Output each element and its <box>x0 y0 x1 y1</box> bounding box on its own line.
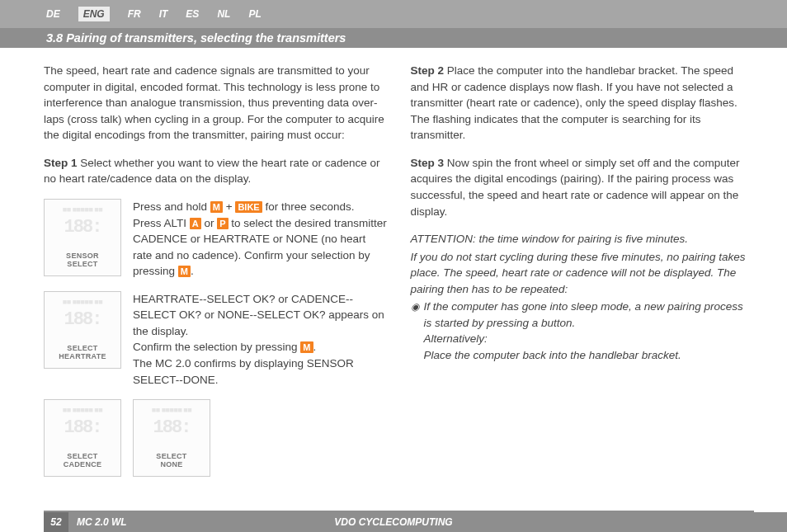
left-column: The speed, heart rate and cadence signal… <box>44 63 388 488</box>
figure-label: SELECT HEARTRATE <box>59 345 106 361</box>
bullet-row: ◉ If the computer has gone into sleep mo… <box>411 299 755 363</box>
lang-it[interactable]: IT <box>159 8 168 20</box>
figure-label: SENSOR SELECT <box>66 252 99 269</box>
step2-label: Step 2 <box>411 64 445 77</box>
figure-heartrate: ■■ ■■■■■ ■■ 188: SELECT HEARTRATE <box>44 291 121 369</box>
footer: 52 MC 2.0 WL VDO CYCLECOMPUTING <box>0 511 787 532</box>
bullet-icon: ◉ <box>411 300 419 314</box>
p-button-icon: P <box>217 218 228 229</box>
figure-none: ■■ ■■■■■ ■■ 188: SELECT NONE <box>133 399 210 477</box>
lang-pl[interactable]: PL <box>248 8 261 20</box>
language-tabs: DE ENG FR IT ES NL PL <box>0 0 787 28</box>
m-button-icon: M <box>210 201 223 213</box>
lang-nl[interactable]: NL <box>217 8 230 20</box>
footer-bar: 52 MC 2.0 WL VDO CYCLECOMPUTING <box>44 512 787 532</box>
instruction-block-2: HEARTRATE--SELECT OK? or CADENCE--SELECT… <box>133 291 388 388</box>
figure-row-3: ■■ ■■■■■ ■■ 188: SELECT CADENCE ■■ ■■■■■… <box>44 399 388 477</box>
bullet-2: Alternatively: <box>424 331 755 347</box>
lang-es[interactable]: ES <box>186 8 199 20</box>
step1-text: Select whether you want to view the hear… <box>44 157 379 186</box>
bullet-3: Place the computer back into the handleb… <box>424 347 755 364</box>
page-number: 52 <box>44 512 68 532</box>
step1-label: Step 1 <box>44 157 78 169</box>
bullet-1: If the computer has gone into sleep mode… <box>424 299 755 331</box>
figure-row-1: ■■ ■■■■■ ■■ 188: SENSOR SELECT Press and… <box>44 199 388 280</box>
intro-paragraph: The speed, heart rate and cadence signal… <box>44 63 388 144</box>
m-button-icon: M <box>178 266 191 277</box>
figure-label: SELECT NONE <box>156 453 186 469</box>
m-button-icon: M <box>300 341 313 353</box>
attention-1: ATTENTION: the time window for pairing i… <box>411 231 755 247</box>
manual-page: DE ENG FR IT ES NL PL 3.8 Pairing of tra… <box>0 0 787 532</box>
content-area: The speed, heart rate and cadence signal… <box>0 48 787 497</box>
figure-sensor-select: ■■ ■■■■■ ■■ 188: SENSOR SELECT <box>44 199 121 276</box>
model-name: MC 2.0 WL <box>77 516 127 528</box>
lang-eng[interactable]: ENG <box>78 7 110 21</box>
lang-fr[interactable]: FR <box>128 8 141 20</box>
brand-name: VDO CYCLECOMPUTING <box>334 516 452 528</box>
figure-row-2: ■■ ■■■■■ ■■ 188: SELECT HEARTRATE HEARTR… <box>44 291 388 388</box>
step1-paragraph: Step 1 Select whether you want to view t… <box>44 155 388 187</box>
step2-text: Place the computer into the handlebar br… <box>411 64 738 141</box>
figure-cadence: ■■ ■■■■■ ■■ 188: SELECT CADENCE <box>44 399 121 477</box>
lang-de[interactable]: DE <box>46 8 60 20</box>
right-column: Step 2 Place the computer into the handl… <box>411 63 755 488</box>
section-title: 3.8 Pairing of transmitters, selecting t… <box>46 31 346 45</box>
step3-text: Now spin the front wheel or simply set o… <box>411 157 740 218</box>
instruction-block-1: Press and hold M + BIKE for three second… <box>133 199 388 280</box>
section-title-bar: 3.8 Pairing of transmitters, selecting t… <box>0 28 787 48</box>
step3-label: Step 3 <box>411 157 445 169</box>
attention-2: If you do not start cycling during these… <box>411 249 755 298</box>
bike-button-icon: BIKE <box>235 201 262 213</box>
figure-label: SELECT CADENCE <box>64 453 102 469</box>
step2-paragraph: Step 2 Place the computer into the handl… <box>411 63 755 144</box>
step3-paragraph: Step 3 Now spin the front wheel or simpl… <box>411 155 755 219</box>
a-button-icon: A <box>190 218 201 229</box>
